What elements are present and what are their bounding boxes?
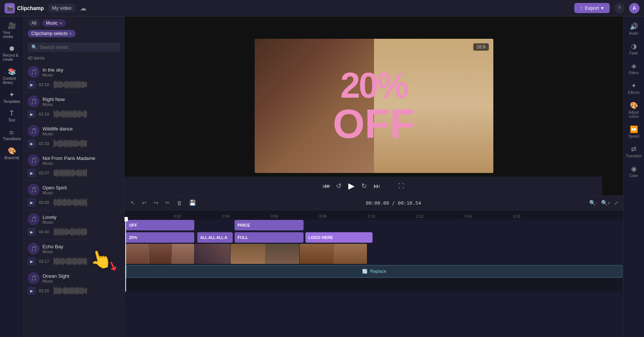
export-button[interactable]: ↑ Export ▾ (574, 3, 610, 13)
right-panel-transition[interactable]: ⇄ Transition (625, 142, 643, 161)
music-type: Music (43, 249, 120, 254)
music-play-button[interactable]: ▶ (28, 169, 36, 177)
music-thumb: 🎵 (28, 272, 40, 284)
clip-20pct[interactable]: 20% (126, 232, 194, 243)
sidebar-item-your-media[interactable]: 🎥 Your media (1, 19, 22, 41)
rewind-button[interactable]: ↺ (336, 182, 342, 190)
right-panel-fade[interactable]: ◑ Fade (625, 39, 643, 58)
music-item[interactable]: 🎵 Open Spirit Music ▶ 03:00 (24, 181, 124, 210)
sidebar-item-templates[interactable]: ✦ Templates (1, 88, 22, 106)
help-button[interactable]: ? (614, 3, 625, 13)
avatar[interactable]: A (629, 3, 640, 13)
music-type: Music (43, 73, 120, 77)
clip-logo-here[interactable]: LOGO HERE (305, 232, 373, 243)
music-name: Lovely (43, 214, 120, 220)
video-content: 20% OFF (255, 39, 493, 173)
video-clip-3[interactable] (230, 244, 299, 264)
clip-full[interactable]: FULL (235, 232, 304, 243)
crop-tool-button[interactable]: ✂ (326, 183, 331, 190)
sidebar-item-record[interactable]: ⏺ Record & create (1, 42, 22, 64)
music-item[interactable]: 🎵 Ocean Sight Music ▶ 03:25 (24, 269, 124, 299)
music-type: Music (43, 132, 120, 136)
timeline-save-button[interactable]: 💾 (188, 199, 198, 207)
music-filter-tag[interactable]: Music ✕ (42, 19, 66, 27)
music-tag-close[interactable]: ✕ (59, 21, 62, 25)
clipchamp-selects-close[interactable]: ✕ (69, 32, 72, 36)
ruler-tick: 0:14 (465, 214, 472, 218)
video-clip-4[interactable] (300, 244, 367, 264)
video-track-row (125, 244, 623, 265)
all-filter-tag[interactable]: All (28, 19, 40, 27)
waveform (54, 80, 120, 89)
promo-off: OFF (333, 103, 415, 144)
sidebar-item-brand-kit[interactable]: 🎨 Brand kit (1, 145, 22, 162)
timeline-ruler: 0:020:040:060:080:100:120:140:16 (125, 210, 623, 219)
effects-icon: ✦ (631, 82, 637, 90)
replace-bar[interactable]: 🔄 Replace (126, 265, 622, 278)
timeline-select-tool[interactable]: ↖ (129, 199, 137, 207)
sidebar-item-text[interactable]: T Text (1, 107, 22, 125)
music-play-button[interactable]: ▶ (28, 81, 36, 89)
waveform (54, 110, 120, 119)
right-panel-filters[interactable]: ◈ Filters (625, 59, 643, 78)
search-icon: 🔍 (31, 44, 37, 50)
timeline-redo-button[interactable]: ↪ (152, 199, 160, 207)
cloud-icon[interactable]: ☁ (80, 4, 87, 12)
fast-forward-button[interactable]: ↻ (361, 182, 367, 190)
music-name: Ocean Sight (43, 273, 120, 279)
waveform (54, 257, 120, 266)
music-play-button[interactable]: ▶ (28, 287, 36, 295)
right-panel-color[interactable]: ◉ Color (625, 162, 643, 181)
music-item[interactable]: 🎵 In the sky Music ▶ 02:18 (24, 63, 124, 92)
sidebar-item-transitions[interactable]: ⎄ Transitions (1, 126, 22, 143)
timeline-area: ↖ ↩ ↪ ✂ 🗑 💾 00:00.00 / 00:10.54 🔍- 🔍+ ⤢ (125, 195, 623, 337)
ruler-tick: 0:10 (368, 214, 375, 218)
clip-all[interactable]: ALL ALL ALL A (197, 232, 233, 243)
adjust-colors-icon: 🎨 (630, 101, 638, 110)
fullscreen-button[interactable]: ⛶ (398, 183, 404, 189)
music-play-button[interactable]: ▶ (28, 139, 36, 148)
zoom-out-button[interactable]: 🔍- (589, 200, 597, 206)
music-item[interactable]: 🎵 Lovely Music ▶ 04:40 (24, 210, 124, 240)
sidebar-label-content: Content library (3, 76, 21, 85)
music-play-button[interactable]: ▶ (28, 198, 36, 207)
clip-off[interactable]: OFF (126, 220, 194, 230)
music-item[interactable]: 🎵 Echo Bay Music ▶ 03:17 (24, 240, 124, 269)
music-play-button[interactable]: ▶ (28, 257, 36, 265)
clip-price[interactable]: PRICE (235, 220, 304, 230)
zoom-in-button[interactable]: 🔍+ (601, 200, 610, 206)
ruler-tick: 0:02 (174, 214, 181, 218)
replace-icon: 🔄 (362, 269, 368, 274)
music-type: Music (43, 161, 120, 166)
video-title[interactable]: My video (48, 4, 75, 12)
music-name: Right Now (43, 97, 120, 102)
clipchamp-selects-tag[interactable]: Clipchamp selects ✕ (28, 30, 76, 37)
timeline-undo-button[interactable]: ↩ (141, 199, 148, 207)
music-item[interactable]: 🎵 Wildlife dance Music ▶ 02:33 (24, 122, 124, 151)
video-clip-1[interactable] (126, 244, 194, 264)
music-item[interactable]: 🎵 Not From Paris Madame Music ▶ 02:07 (24, 151, 124, 181)
right-panel-audio[interactable]: 🔊 Audio (625, 19, 643, 38)
search-input[interactable] (40, 44, 117, 50)
music-duration: 02:07 (39, 171, 51, 175)
music-thumb: 🎵 (28, 243, 40, 255)
timeline-delete-button[interactable]: 🗑 (175, 199, 184, 207)
sidebar-item-content-library[interactable]: 📚 Content library (1, 65, 22, 87)
play-button[interactable]: ▶ (348, 181, 355, 191)
music-name: Wildlife dance (43, 126, 120, 132)
fit-timeline-button[interactable]: ⤢ (614, 200, 619, 206)
right-panel-speed[interactable]: ⏩ Speed (625, 122, 643, 141)
music-item[interactable]: 🎵 Right Now Music ▶ 02:10 (24, 92, 124, 122)
right-panel-adjust[interactable]: 🎨 Adjust colors (625, 98, 643, 122)
music-play-button[interactable]: ▶ (28, 228, 36, 236)
aspect-ratio-badge[interactable]: 16:9 (473, 43, 489, 51)
music-play-button[interactable]: ▶ (28, 110, 36, 118)
video-clip-2[interactable] (195, 244, 230, 264)
sidebar-label-transitions: Transitions (3, 137, 21, 141)
timeline-cut-button[interactable]: ✂ (164, 199, 172, 207)
skip-forward-button[interactable]: ⏭ (374, 182, 380, 190)
ruler-tick: 0:04 (222, 214, 229, 218)
search-row: 🔍 (24, 40, 124, 54)
item-count: 40 items (24, 54, 124, 63)
right-panel-effects[interactable]: ✦ Effects (625, 79, 643, 98)
